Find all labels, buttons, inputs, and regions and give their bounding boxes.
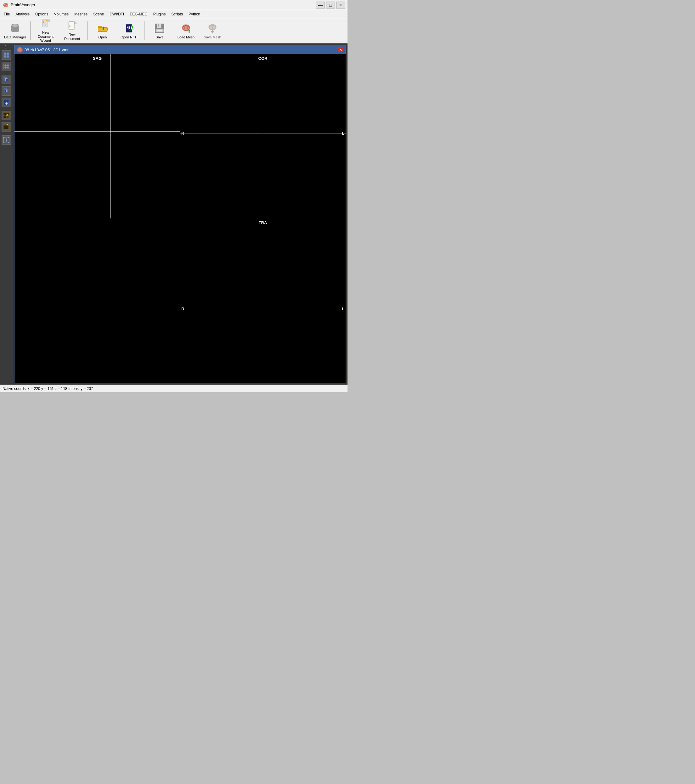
svg-text:✦: ✦	[46, 19, 48, 22]
toolbar: Data Manager ✦ ✦ ✦ New Document Wizard	[0, 18, 348, 43]
menu-item-plugins[interactable]: Plugins	[151, 11, 168, 18]
svg-rect-52	[3, 99, 6, 102]
menu-item-scene[interactable]: Scene	[91, 11, 106, 18]
maximize-button[interactable]: □	[326, 2, 335, 8]
data-manager-label: Data Manager	[4, 35, 26, 40]
sidebar-btn-yellow2[interactable]	[2, 122, 11, 132]
open-nifti-button[interactable]: NIfTI Open NIfTI	[117, 20, 142, 42]
title-controls: — □ ✕	[316, 2, 345, 8]
save-mesh-button[interactable]: Save Mesh	[200, 20, 225, 42]
svg-rect-35	[4, 55, 6, 58]
sidebar-handle	[5, 45, 7, 49]
svg-text:NIfTI: NIfTI	[127, 26, 135, 30]
svg-rect-63	[3, 125, 8, 129]
sidebar-btn-grid[interactable]	[2, 62, 11, 71]
doc-close-button[interactable]: ✕	[338, 47, 343, 52]
app-title: BrainVoyager	[11, 3, 35, 7]
save-mesh-label: Save Mesh	[204, 35, 221, 40]
new-document-button[interactable]: ✦ New Document	[59, 20, 85, 42]
svg-rect-60	[3, 115, 6, 118]
minimize-button[interactable]: —	[316, 2, 325, 8]
doc-titlebar: 08 zk18w7 051.3D1.vmr ✕	[15, 45, 346, 54]
toolbar-separator-2	[87, 21, 87, 40]
menu-item-python[interactable]: Python	[186, 11, 203, 18]
menu-bar: File Analysis Options Volumes Meshes Sce…	[0, 10, 348, 18]
svg-point-3	[11, 24, 19, 27]
doc-title-left: 08 zk18w7 051.3D1.vmr	[17, 47, 69, 53]
toolbar-separator-1	[30, 21, 31, 40]
save-label: Save	[155, 35, 163, 40]
svg-rect-22	[157, 30, 162, 31]
svg-rect-20	[158, 24, 160, 27]
svg-rect-27	[189, 31, 190, 33]
open-nifti-label: Open NIfTI	[120, 35, 138, 40]
menu-item-scripts[interactable]: Scripts	[169, 11, 185, 18]
svg-marker-72	[8, 142, 9, 143]
doc-brain-icon	[17, 47, 23, 53]
save-button[interactable]: Save	[147, 20, 172, 42]
brain-icon	[180, 22, 192, 35]
save-icon	[153, 22, 166, 35]
doc-title: 08 zk18w7 051.3D1.vmr	[25, 48, 69, 52]
svg-rect-6	[48, 20, 50, 22]
svg-rect-15	[103, 28, 104, 30]
sidebar-btn-overlay2[interactable]	[2, 86, 11, 96]
menu-item-analysis[interactable]: Analysis	[13, 11, 32, 18]
status-text: Native coords: x = 220 y = 161 z = 118 I…	[3, 387, 93, 391]
new-document-label: New Document	[61, 33, 83, 41]
mri-coronal-panel[interactable]: COR R L	[180, 54, 346, 218]
mri-sagittal-panel[interactable]: SAG	[15, 54, 180, 218]
svg-rect-41	[4, 64, 9, 69]
sidebar-btn-expand[interactable]	[2, 135, 11, 145]
svg-rect-58	[3, 113, 6, 115]
status-bar: Native coords: x = 220 y = 161 z = 118 I…	[0, 385, 348, 392]
save-mesh-icon	[206, 22, 219, 35]
mri-grid: SAG COR R L	[15, 54, 346, 383]
title-bar: BrainVoyager — □ ✕	[0, 0, 348, 10]
svg-marker-69	[3, 137, 5, 138]
database-icon	[9, 22, 21, 35]
new-doc-wizard-label: New Document Wizard	[35, 31, 57, 43]
title-left: BrainVoyager	[3, 2, 35, 8]
menu-item-meshes[interactable]: Meshes	[72, 11, 90, 18]
open-label: Open	[99, 35, 107, 40]
close-button[interactable]: ✕	[336, 2, 345, 8]
toolbar-separator-3	[144, 21, 145, 40]
svg-marker-70	[8, 137, 9, 138]
menu-item-dwidti[interactable]: DWI/DTI	[107, 11, 127, 18]
mri-transversal-panel[interactable]: TRA R L	[180, 218, 346, 383]
sidebar-btn-view1[interactable]	[2, 50, 11, 60]
wizard-icon: ✦ ✦ ✦	[40, 18, 52, 30]
main-area: 08 zk18w7 051.3D1.vmr ✕ SAG	[0, 43, 348, 385]
nifti-icon: NIfTI	[123, 22, 135, 35]
new-doc-icon: ✦	[66, 20, 78, 32]
sidebar-btn-overlay3[interactable]	[2, 97, 11, 107]
document-window: 08 zk18w7 051.3D1.vmr ✕ SAG	[14, 45, 346, 383]
load-mesh-button[interactable]: Load Mesh	[173, 20, 199, 42]
data-manager-button[interactable]: Data Manager	[3, 20, 28, 42]
svg-rect-61	[6, 115, 9, 118]
mri-coronal-canvas	[180, 54, 346, 218]
new-doc-wizard-button[interactable]: ✦ ✦ ✦ New Document Wizard	[33, 20, 58, 42]
svg-rect-33	[4, 53, 6, 55]
folder-icon	[96, 22, 109, 35]
app-logo-icon	[3, 2, 9, 8]
left-sidebar	[0, 43, 13, 385]
open-button[interactable]: Open	[90, 20, 115, 42]
menu-item-file[interactable]: File	[1, 11, 12, 18]
svg-text:✦: ✦	[68, 24, 72, 29]
svg-rect-45	[6, 79, 8, 81]
svg-rect-34	[7, 53, 9, 55]
sidebar-btn-yellow1[interactable]	[2, 111, 11, 120]
menu-item-options[interactable]: Options	[33, 11, 51, 18]
svg-text:✦: ✦	[44, 23, 46, 26]
menu-item-volumes[interactable]: Volumes	[51, 11, 71, 18]
mri-black-panel	[15, 218, 180, 383]
svg-marker-71	[3, 142, 5, 143]
sidebar-btn-overlay1[interactable]	[2, 75, 11, 84]
mri-transversal-canvas	[180, 218, 346, 383]
load-mesh-label: Load Mesh	[178, 35, 194, 40]
svg-rect-36	[7, 55, 9, 58]
mri-sagittal-canvas	[15, 54, 180, 218]
menu-item-eegmeg[interactable]: EEG-MEG	[127, 11, 150, 18]
